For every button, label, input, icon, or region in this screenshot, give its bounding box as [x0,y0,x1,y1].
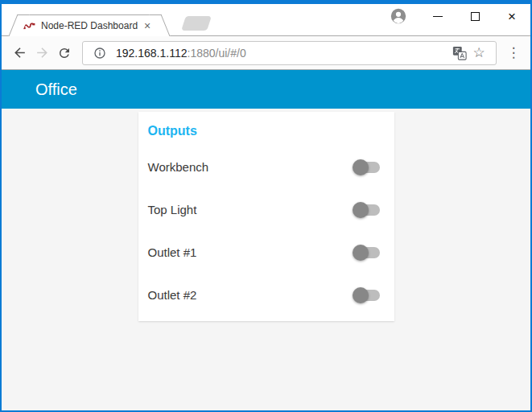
close-window-button[interactable]: × [493,5,530,27]
maximize-icon [471,12,480,21]
minimize-button[interactable] [419,5,456,27]
toggle-knob [353,287,369,303]
profile-avatar-icon[interactable] [382,5,414,27]
switch-row-outlet-2: Outlet #2 [138,274,394,316]
three-dot-menu-icon: ⋮ [507,44,521,61]
reload-button[interactable] [53,42,76,64]
close-icon: × [508,10,516,23]
back-arrow-icon [12,45,27,60]
minimize-icon [433,16,443,17]
card-title: Outputs [138,112,394,146]
tab-strip: Node-RED Dashboard × × [2,4,530,36]
workbench-toggle[interactable] [353,159,381,175]
new-tab-button[interactable] [181,16,212,31]
translate-icon[interactable] [450,43,469,63]
switch-label: Workbench [148,160,209,174]
browser-tab[interactable]: Node-RED Dashboard × [19,14,159,36]
url-text[interactable]: 192.168.1.112:1880/ui/#/0 [116,47,450,60]
switch-label: Outlet #2 [148,288,197,302]
switch-row-workbench: Workbench [138,146,394,188]
tab-title: Node-RED Dashboard [41,20,140,31]
top-light-toggle[interactable] [353,202,381,218]
back-button[interactable] [8,42,31,64]
forward-button[interactable] [31,42,53,64]
toggle-knob [353,159,369,175]
reload-icon [57,46,72,60]
page-info-icon[interactable] [90,43,109,63]
maximize-button[interactable] [456,5,493,27]
url-host: 192.168.1.112 [116,47,188,60]
page-viewport: Office Outputs Workbench Top Light Outle… [2,70,530,410]
switch-label: Top Light [148,203,197,216]
browser-menu-button[interactable]: ⋮ [503,42,524,64]
outlet-1-toggle[interactable] [353,245,381,261]
outlet-2-toggle[interactable] [353,287,381,303]
address-bar[interactable]: 192.168.1.112:1880/ui/#/0 ☆ [82,41,497,65]
outputs-card: Outputs Workbench Top Light Outlet #1 Ou… [138,112,394,321]
url-path: :1880/ui/#/0 [188,47,246,60]
forward-arrow-icon [35,45,50,60]
switch-row-outlet-1: Outlet #1 [138,231,394,274]
toggle-knob [353,245,369,261]
tab-close-icon[interactable]: × [140,19,155,32]
switch-label: Outlet #1 [148,245,197,259]
page-title: Office [35,80,77,99]
dashboard-content: Outputs Workbench Top Light Outlet #1 Ou… [2,109,530,410]
toggle-knob [353,202,369,218]
browser-window: Node-RED Dashboard × × [0,0,532,412]
bookmark-star-icon[interactable]: ☆ [469,43,489,63]
switch-row-top-light: Top Light [138,188,394,231]
dashboard-header: Office [2,70,530,109]
window-controls: × [382,4,530,28]
browser-toolbar: 192.168.1.112:1880/ui/#/0 ☆ ⋮ [2,36,530,70]
node-red-icon [23,19,35,32]
